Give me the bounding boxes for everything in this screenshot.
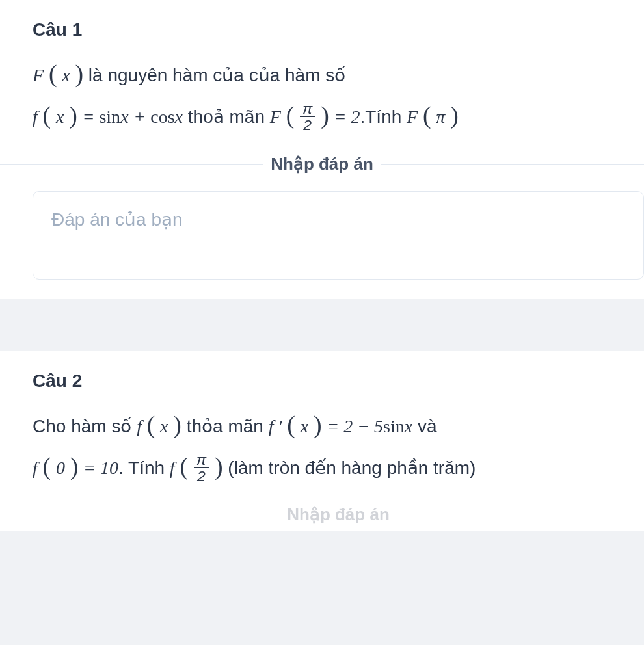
divider-line — [381, 164, 644, 165]
question-2-body: Cho hàm số f ( x ) thỏa mãn f ′ ( x ) = … — [33, 403, 644, 487]
answer-placeholder: Đáp án của bạn — [51, 209, 183, 230]
paren-close: ) — [70, 453, 79, 480]
paren-close: ) — [215, 453, 223, 480]
math-x: x — [175, 107, 183, 127]
paren-close: ) — [173, 411, 181, 438]
question-2-card: Câu 2 Cho hàm số f ( x ) thỏa mãn f ′ ( … — [0, 351, 644, 532]
math-F: F — [407, 107, 418, 127]
question-1-card: Câu 1 F ( x ) là nguyên hàm của của hàm … — [0, 0, 644, 299]
paren-close: ) — [314, 411, 322, 438]
card-gap — [0, 325, 644, 351]
paren-open: ( — [286, 101, 295, 129]
text-segment: và — [418, 416, 437, 436]
text-segment: . Tính — [118, 458, 170, 478]
paren-close: ) — [69, 101, 77, 129]
paren-close: ) — [450, 101, 459, 129]
answer-divider: Nhập đáp án — [33, 154, 644, 174]
divider-line — [0, 164, 263, 165]
math-x: x — [301, 416, 308, 436]
eq: = 2 − 5 — [327, 416, 383, 436]
bottom-hint-text: Nhập đáp án — [287, 505, 390, 524]
math-x: x — [160, 416, 168, 436]
text-segment: là nguyên hàm của của hàm số — [88, 65, 345, 85]
math-pi: π — [436, 107, 445, 127]
paren-open: ( — [180, 453, 188, 480]
paren-open: ( — [147, 411, 155, 438]
eq: = 10 — [83, 458, 118, 478]
eq: = 2 — [334, 107, 360, 127]
math-F: F — [33, 65, 44, 85]
numerator: π — [194, 452, 209, 467]
sin: sin — [383, 416, 405, 436]
denominator: 2 — [300, 116, 315, 133]
paren-open: ( — [423, 101, 431, 129]
math-f: f — [33, 458, 38, 478]
text-segment: Cho hàm số — [33, 416, 137, 436]
math-fprime: f ′ — [269, 416, 282, 436]
sin: sin — [99, 107, 120, 127]
paren-close: ) — [321, 101, 329, 129]
eq: = — [83, 107, 100, 127]
fraction-pi-over-2: π 2 — [300, 101, 315, 133]
plus: + — [133, 107, 150, 127]
text-segment: .Tính — [360, 107, 407, 127]
question-1-body: F ( x ) là nguyên hàm của của hàm số f (… — [33, 52, 644, 136]
paren-open: ( — [49, 60, 57, 87]
bottom-hint-partial: Nhập đáp án — [33, 505, 644, 525]
math-f: f — [170, 458, 175, 478]
text-segment: (làm tròn đến hàng phần trăm) — [228, 458, 476, 478]
math-f: f — [137, 416, 142, 436]
divider-label: Nhập đáp án — [271, 154, 373, 174]
question-1-title: Câu 1 — [33, 20, 644, 40]
paren-close: ) — [75, 60, 83, 87]
numerator: π — [300, 101, 315, 116]
question-2-title: Câu 2 — [33, 371, 644, 391]
text-segment: thoả mãn — [188, 107, 270, 127]
denominator: 2 — [194, 467, 209, 484]
paren-open: ( — [287, 411, 295, 438]
answer-input[interactable]: Đáp án của bạn — [33, 191, 644, 280]
math-x: x — [405, 416, 412, 436]
cos: cos — [150, 107, 174, 127]
paren-open: ( — [43, 101, 51, 129]
paren-open: ( — [43, 453, 51, 480]
math-x: x — [62, 65, 70, 85]
math-zero: 0 — [56, 458, 65, 478]
math-f: f — [33, 107, 38, 127]
math-x: x — [56, 107, 64, 127]
fraction-pi-over-2: π 2 — [194, 452, 209, 484]
math-F: F — [270, 107, 281, 127]
text-segment: thỏa mãn — [187, 416, 269, 436]
math-x: x — [120, 107, 128, 127]
